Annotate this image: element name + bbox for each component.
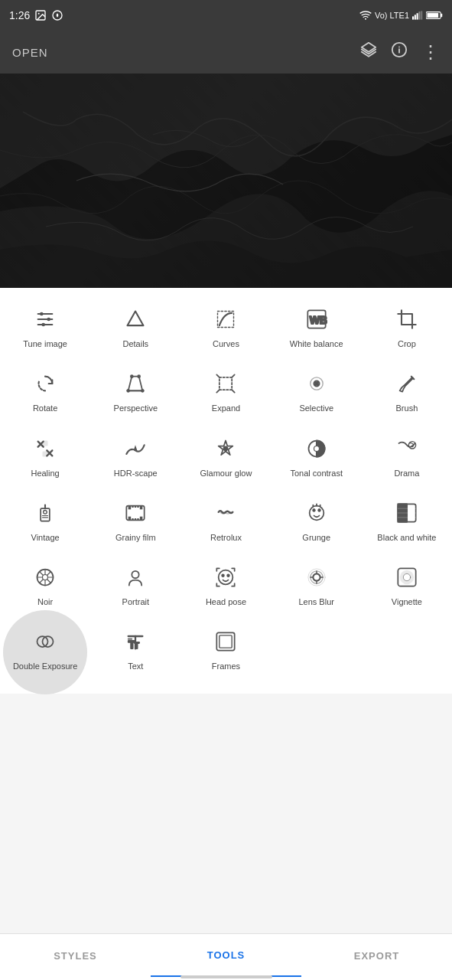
tool-expand[interactable]: Expand: [180, 358, 271, 423]
tool-curves[interactable]: Curves: [180, 294, 271, 358]
tool-label-details: Details: [122, 338, 148, 349]
tool-rotate[interactable]: Rotate: [0, 358, 90, 423]
frames-icon: [211, 627, 240, 656]
tool-glamour-glow[interactable]: Glamour glow: [180, 423, 271, 488]
tonal-icon: [302, 434, 331, 463]
svg-point-22: [41, 323, 45, 327]
svg-rect-61: [138, 518, 139, 520]
svg-rect-52: [128, 506, 132, 510]
expand-icon: [211, 369, 240, 398]
tool-portrait[interactable]: Portrait: [90, 552, 180, 616]
svg-point-21: [47, 318, 50, 322]
bottom-tabs: STYLES TOOLS EXPORT: [0, 933, 452, 980]
tool-label-lens-blur: Lens Blur: [298, 596, 333, 607]
tool-vignette[interactable]: Vignette: [362, 552, 452, 616]
svg-text:T: T: [135, 642, 140, 651]
svg-point-64: [318, 509, 320, 511]
text-icon: T T: [121, 627, 150, 656]
tool-label-grainy-film: Grainy film: [115, 532, 156, 543]
layers-icon[interactable]: [360, 41, 377, 63]
tab-export[interactable]: EXPORT: [301, 934, 452, 977]
svg-rect-39: [43, 451, 48, 456]
tool-label-glamour-glow: Glamour glow: [200, 468, 252, 479]
tab-tools[interactable]: TOOLS: [151, 934, 301, 977]
svg-rect-10: [427, 13, 438, 18]
tool-frames[interactable]: Frames: [180, 616, 271, 681]
svg-point-31: [130, 375, 134, 379]
tab-styles[interactable]: STYLES: [0, 934, 151, 977]
snapseed-icon: [51, 9, 63, 21]
tool-label-text: Text: [128, 661, 143, 671]
svg-rect-4: [412, 16, 414, 19]
tool-healing[interactable]: Healing: [0, 423, 90, 488]
svg-rect-6: [417, 13, 418, 19]
open-button[interactable]: OPEN: [12, 46, 48, 59]
svg-text:WB: WB: [309, 314, 327, 326]
selective-icon: [302, 369, 331, 398]
top-toolbar: OPEN ⋮: [0, 31, 452, 74]
svg-rect-55: [140, 517, 143, 521]
svg-point-79: [132, 571, 139, 578]
svg-rect-59: [132, 518, 134, 520]
brush-icon: [392, 369, 421, 398]
headpose-icon: [211, 563, 240, 592]
tool-double-exposure[interactable]: Double Exposure: [0, 616, 90, 681]
perspective-icon: [121, 369, 150, 398]
tool-label-black-and-white: Black and white: [377, 532, 436, 543]
tool-perspective[interactable]: Perspective: [90, 358, 180, 423]
tool-label-white-balance: White balance: [290, 338, 343, 349]
tool-hdr-scape[interactable]: HDR-scape: [90, 423, 180, 488]
svg-point-3: [365, 18, 366, 20]
info-icon[interactable]: [391, 41, 408, 63]
svg-point-30: [141, 389, 145, 393]
tool-label-vignette: Vignette: [392, 596, 422, 607]
tool-label-crop: Crop: [398, 338, 416, 349]
tool-label-retrolux: Retrolux: [210, 532, 242, 543]
svg-point-20: [40, 312, 44, 316]
svg-rect-33: [219, 377, 232, 390]
details-icon: [121, 305, 150, 334]
tool-label-noir: Noir: [37, 596, 53, 607]
healing-icon: [31, 434, 60, 463]
tool-label-vintage: Vintage: [31, 532, 60, 543]
tool-tonal-contrast[interactable]: Tonal contrast: [272, 423, 362, 488]
tool-grainy-film[interactable]: Grainy film: [90, 488, 180, 552]
grunge-icon: [302, 498, 331, 528]
tool-head-pose[interactable]: Head pose: [180, 552, 271, 616]
tool-details[interactable]: Details: [90, 294, 180, 358]
svg-rect-56: [132, 506, 134, 508]
tool-crop[interactable]: Crop: [362, 294, 452, 358]
vignette-icon: [392, 563, 421, 592]
tool-tune-image[interactable]: Tune image: [0, 294, 90, 358]
svg-point-81: [223, 575, 224, 577]
tool-text[interactable]: T T Text: [90, 616, 180, 681]
wifi-icon: [359, 11, 372, 20]
svg-rect-38: [43, 440, 48, 446]
tool-lens-blur[interactable]: Lens Blur: [272, 552, 362, 616]
tool-label-rotate: Rotate: [33, 403, 57, 413]
tool-noir[interactable]: Noir: [0, 552, 90, 616]
svg-point-43: [224, 446, 228, 450]
tool-white-balance[interactable]: WB White balance: [272, 294, 362, 358]
more-vert-icon[interactable]: ⋮: [421, 41, 440, 63]
tool-label-healing: Healing: [31, 468, 59, 479]
vintage-icon: [31, 498, 60, 528]
tool-label-selective: Selective: [299, 403, 333, 413]
tool-brush[interactable]: Brush: [362, 358, 452, 423]
tool-drama[interactable]: Drama: [362, 423, 452, 488]
svg-point-45: [314, 446, 319, 451]
tools-area: Tune image Details Curves: [0, 288, 452, 694]
wb-icon: WB: [302, 305, 331, 334]
tool-selective[interactable]: Selective: [272, 358, 362, 423]
tool-black-and-white[interactable]: Black and white: [362, 488, 452, 552]
svg-point-32: [138, 375, 141, 379]
rotate-icon: [31, 369, 60, 398]
svg-point-1: [38, 13, 40, 15]
tool-retrolux[interactable]: Retrolux: [180, 488, 271, 552]
svg-point-63: [313, 509, 314, 511]
tool-grunge[interactable]: Grunge: [272, 488, 362, 552]
tool-label-curves: Curves: [213, 338, 239, 349]
tool-vintage[interactable]: Vintage: [0, 488, 90, 552]
svg-point-82: [228, 575, 229, 577]
svg-point-83: [313, 574, 320, 581]
